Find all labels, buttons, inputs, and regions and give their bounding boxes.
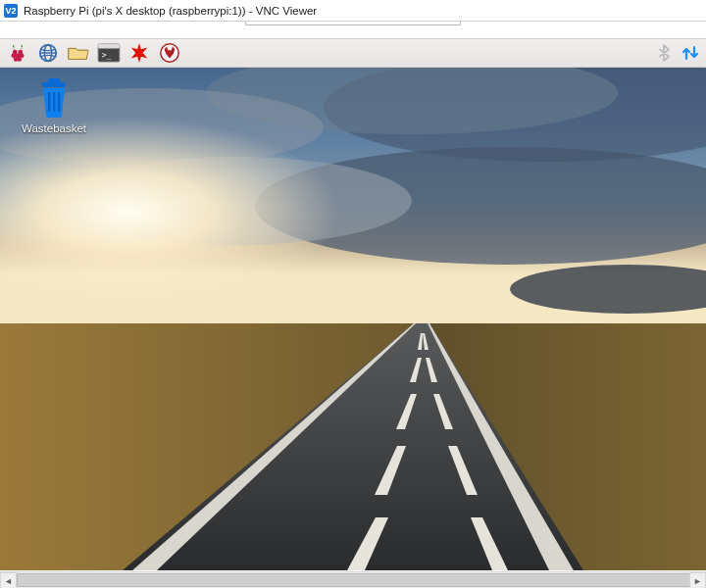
horizontal-scrollbar[interactable]: ◄ ► <box>0 571 706 588</box>
window-title: Raspberry Pi (pi's X desktop (raspberryp… <box>24 5 317 17</box>
svg-rect-39 <box>42 82 66 87</box>
wastebasket-label: Wastebasket <box>22 122 86 134</box>
vnc-window: V2 Raspberry Pi (pi's X desktop (raspber… <box>0 0 706 588</box>
bluetooth-icon <box>656 44 672 62</box>
terminal-button[interactable]: >_ <box>97 41 121 65</box>
updown-arrows-icon <box>681 44 699 62</box>
svg-rect-41 <box>48 92 50 112</box>
remote-desktop-viewport: >_ <box>0 39 706 571</box>
svg-marker-37 <box>131 43 148 63</box>
scrollbar-track[interactable] <box>17 572 689 588</box>
spikey-icon <box>128 42 150 64</box>
remote-desktop[interactable]: >_ <box>0 39 706 571</box>
browser-button[interactable] <box>36 41 60 65</box>
vnc-app-icon: V2 <box>4 4 18 18</box>
scroll-right-button[interactable]: ► <box>689 572 706 588</box>
globe-icon <box>37 42 59 64</box>
svg-rect-43 <box>58 92 60 112</box>
raspberry-icon <box>7 42 28 64</box>
wolf-icon <box>159 42 180 64</box>
desktop-wallpaper <box>0 39 706 570</box>
mathematica-button[interactable] <box>127 41 151 65</box>
scroll-left-button[interactable]: ◄ <box>0 572 17 588</box>
menu-button[interactable] <box>6 41 29 65</box>
svg-rect-40 <box>48 78 60 82</box>
svg-text:>_: >_ <box>102 50 112 60</box>
wastebasket-icon[interactable]: Wastebasket <box>10 76 98 134</box>
desktop-panel: >_ <box>0 39 706 68</box>
vnc-toolbar-handle[interactable] <box>245 22 461 25</box>
trash-icon <box>34 76 74 120</box>
scrollbar-thumb[interactable] <box>17 573 701 587</box>
svg-rect-35 <box>98 44 120 49</box>
svg-point-30 <box>18 57 23 62</box>
svg-rect-7 <box>0 39 706 353</box>
folder-icon <box>67 42 90 64</box>
file-manager-button[interactable] <box>67 41 90 65</box>
terminal-icon: >_ <box>97 43 121 63</box>
vnc-toolbar[interactable] <box>0 22 706 39</box>
desktop-icons-area: Wastebasket <box>10 76 98 134</box>
wolfram-button[interactable] <box>158 41 181 65</box>
network-tray[interactable] <box>681 43 700 63</box>
bluetooth-tray[interactable] <box>654 43 674 63</box>
window-titlebar[interactable]: V2 Raspberry Pi (pi's X desktop (raspber… <box>0 0 706 22</box>
svg-rect-42 <box>53 92 55 112</box>
